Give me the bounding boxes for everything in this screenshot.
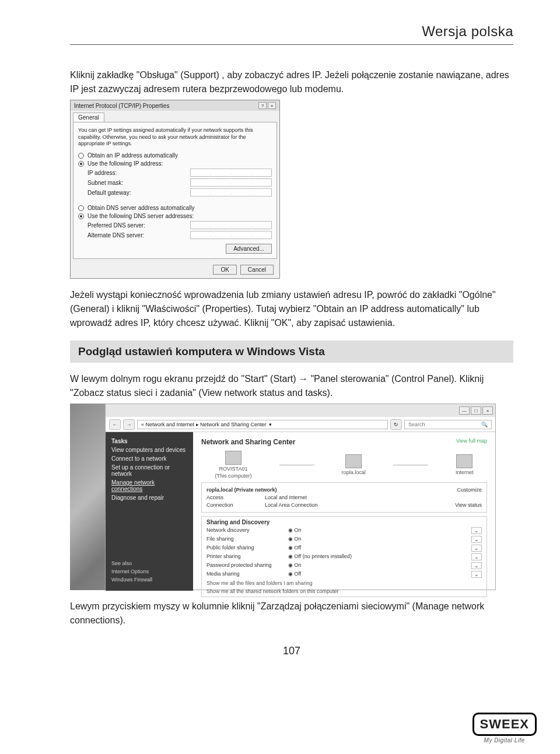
sidebar-header: Tasks: [111, 438, 187, 444]
customize-link[interactable]: Customize: [457, 487, 482, 493]
main-title: Network and Sharing Center: [201, 438, 487, 446]
sharing-value: ◉ On: [288, 562, 471, 569]
radio-obtain-dns-auto[interactable]: Obtain DNS server address automatically: [78, 205, 272, 211]
vista-sidebar: Tasks View computers and devices Connect…: [106, 432, 193, 591]
breadcrumb[interactable]: « Network and Internet ▸ Network and Sha…: [137, 420, 388, 429]
radio-label: Use the following DNS server addresses:: [88, 213, 194, 219]
sidebar-item-setup-connection[interactable]: Set up a connection or network: [111, 464, 187, 477]
sharing-value: ◉ On: [288, 536, 471, 543]
sidebar-item-manage-connections[interactable]: Manage network connections: [111, 479, 187, 492]
sidebar-internet-options[interactable]: Internet Options: [111, 569, 187, 574]
search-icon: 🔍: [481, 422, 488, 427]
vista-window: — □ × ← → « Network and Internet ▸ Netwo…: [105, 404, 496, 590]
sharing-row: Media sharing◉ Off⌄: [206, 571, 482, 578]
sharing-label: File sharing: [206, 536, 288, 543]
view-status-link[interactable]: View status: [455, 502, 482, 508]
chevron-down-icon[interactable]: ⌄: [471, 545, 482, 552]
page-number: 107: [70, 645, 513, 657]
close-icon[interactable]: ×: [482, 406, 493, 415]
sharing-title: Sharing and Discovery: [206, 519, 482, 525]
sharing-value: ◉ Off: [288, 545, 471, 552]
chevron-down-icon[interactable]: ⌄: [471, 562, 482, 569]
dialog-titlebar: Internet Protocol (TCP/IP) Properties ? …: [71, 100, 279, 111]
subnet-mask-field[interactable]: Subnet mask: ...: [88, 178, 272, 187]
tcpip-properties-dialog: Internet Protocol (TCP/IP) Properties ? …: [70, 100, 280, 279]
refresh-button[interactable]: ↻: [390, 419, 402, 430]
close-icon[interactable]: ×: [268, 102, 276, 109]
back-button[interactable]: ←: [109, 419, 121, 430]
sharing-label: Media sharing: [206, 571, 288, 578]
radio-label: Obtain DNS server address automatically: [88, 205, 194, 211]
field-label: Preferred DNS server:: [88, 222, 145, 229]
forward-button[interactable]: →: [123, 419, 135, 430]
sidebar-windows-firewall[interactable]: Windows Firewall: [111, 577, 187, 583]
search-input[interactable]: Search 🔍: [404, 420, 492, 429]
sharing-row: Printer sharing◉ Off (no printers instal…: [206, 553, 482, 560]
footnote-shared-folders[interactable]: Show me all the shared network folders o…: [206, 588, 482, 594]
sharing-label: Public folder sharing: [206, 545, 288, 552]
sharing-label: Password protected sharing: [206, 562, 288, 569]
dialog-title-text: Internet Protocol (TCP/IP) Properties: [74, 103, 169, 109]
sweex-logo: SWEEX My Digital Life: [473, 713, 537, 744]
sidebar-item-view-computers[interactable]: View computers and devices: [111, 447, 187, 453]
field-label: Default gateway:: [88, 190, 131, 196]
sidebar-item-connect-network[interactable]: Connect to a network: [111, 455, 187, 462]
radio-use-following-dns[interactable]: Use the following DNS server addresses:: [78, 213, 272, 219]
logo-brand: SWEEX: [473, 713, 537, 736]
sharing-row: Network discovery◉ On⌄: [206, 527, 482, 534]
page-header: Wersja polska: [70, 23, 513, 45]
vista-network-center-screenshot: — □ × ← → « Network and Internet ▸ Netwo…: [70, 404, 502, 590]
field-label: IP address:: [88, 170, 117, 176]
footnote-files-sharing[interactable]: Show me all the files and folders I am s…: [206, 580, 482, 586]
help-icon[interactable]: ?: [258, 102, 267, 109]
access-label: Access: [206, 495, 265, 500]
window-controls: — □ ×: [106, 404, 495, 417]
connection-label: Connection: [206, 502, 265, 508]
sharing-row: Password protected sharing◉ On⌄: [206, 562, 482, 569]
sharing-row: File sharing◉ On⌄: [206, 536, 482, 543]
chevron-down-icon[interactable]: ⌄: [471, 553, 482, 560]
minimize-icon[interactable]: —: [459, 406, 470, 415]
globe-icon: [456, 454, 473, 468]
default-gateway-field[interactable]: Default gateway: ...: [88, 188, 272, 197]
view-full-map-link[interactable]: View full map: [456, 438, 487, 444]
advanced-button[interactable]: Advanced...: [226, 244, 272, 254]
chevron-down-icon[interactable]: ⌄: [471, 571, 482, 578]
sharing-value: ◉ On: [288, 527, 471, 534]
connection-value: Local Area Connection: [265, 502, 455, 508]
preferred-dns-field[interactable]: Preferred DNS server: ...: [88, 221, 272, 229]
alternate-dns-field[interactable]: Alternate DNS server: ...: [88, 231, 272, 239]
vista-paragraph: W lewym dolnym rogu ekranu przejdź do "S…: [70, 372, 513, 400]
node-label: ROVISTA01: [219, 466, 248, 472]
network-icon: [345, 454, 362, 468]
radio-use-following-ip[interactable]: Use the following IP address:: [78, 160, 272, 167]
radio-obtain-ip-auto[interactable]: Obtain an IP address automatically: [78, 152, 272, 159]
chevron-down-icon[interactable]: ▾: [269, 422, 272, 427]
radio-label: Obtain an IP address automatically: [88, 152, 178, 159]
search-placeholder: Search: [408, 422, 425, 427]
this-computer-node: ROVISTA01 (This computer): [215, 451, 252, 479]
logo-tagline: My Digital Life: [473, 737, 537, 744]
sharing-value: ◉ Off (no printers installed): [288, 553, 471, 560]
radio-label: Use the following IP address:: [88, 160, 163, 167]
sharing-row: Public folder sharing◉ Off⌄: [206, 545, 482, 552]
ok-button[interactable]: OK: [213, 265, 236, 275]
computer-icon: [225, 451, 242, 465]
maximize-icon[interactable]: □: [471, 406, 481, 415]
local-network-node: ropla.local: [342, 454, 366, 475]
end-paragraph: Lewym przyciskiem myszy w kolumnie klikn…: [70, 599, 513, 627]
internet-node: Internet: [456, 454, 474, 475]
sidebar-see-also: See also: [111, 560, 187, 566]
sharing-label: Network discovery: [206, 527, 288, 534]
node-label: ropla.local: [342, 469, 366, 475]
section-heading: Podgląd ustawień komputera w Windows Vis…: [70, 341, 513, 363]
cancel-button[interactable]: Cancel: [240, 265, 274, 275]
sidebar-item-diagnose-repair[interactable]: Diagnose and repair: [111, 495, 187, 501]
chevron-down-icon[interactable]: ⌄: [471, 536, 482, 543]
ip-address-field[interactable]: IP address: ...: [88, 169, 272, 177]
sharing-value: ◉ Off: [288, 571, 471, 578]
chevron-down-icon[interactable]: ⌄: [471, 527, 482, 534]
middle-paragraph: Jeżeli wystąpi konieczność wprowadzenia …: [70, 288, 513, 330]
access-value: Local and Internet: [265, 495, 482, 500]
tab-general[interactable]: General: [73, 113, 104, 122]
